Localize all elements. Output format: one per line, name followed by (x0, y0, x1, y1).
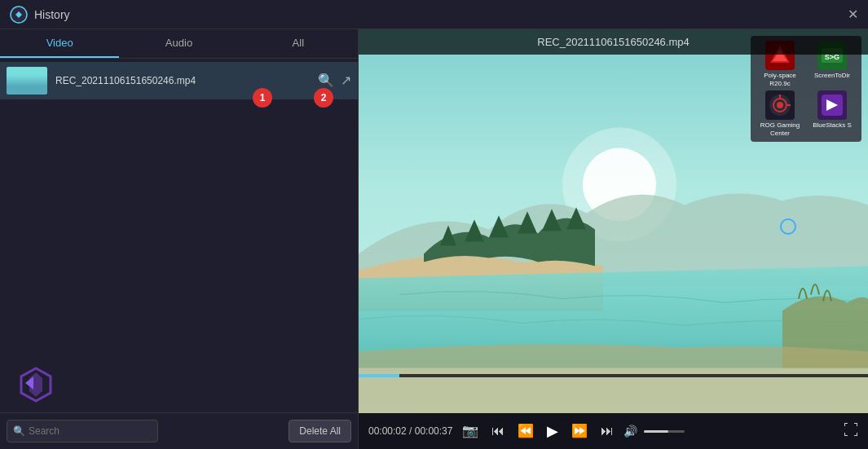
volume-button[interactable]: 🔊 (623, 425, 637, 438)
tab-video[interactable]: Video (0, 29, 119, 58)
screenshot-button[interactable]: 📷 (459, 423, 482, 439)
tabs-bar: Video Audio All (0, 29, 358, 59)
file-thumbnail (7, 67, 47, 95)
progress-bar-container[interactable] (359, 374, 868, 377)
volume-fill (644, 430, 668, 433)
video-player-panel: REC_20211106151650246.mp4 (359, 29, 868, 449)
tab-all[interactable]: All (239, 29, 358, 58)
desktop-icon-rog: ROG GamingCenter (756, 90, 804, 137)
rewind-button[interactable]: ⏪ (514, 423, 537, 439)
play-button[interactable]: ▶ (544, 422, 562, 440)
fullscreen-button[interactable] (844, 422, 858, 440)
fast-forward-button[interactable]: ⏩ (568, 423, 591, 439)
skip-forward-button[interactable]: ⏭ (597, 423, 617, 439)
progress-fill (359, 374, 399, 377)
file-name: REC_20211106151650246.mp4 (55, 75, 311, 86)
video-controls: 00:00:02 / 00:00:37 📷 ⏮ ⏪ ▶ ⏩ ⏭ 🔊 (359, 413, 868, 449)
file-list: REC_20211106151650246.mp4 🔍 ↗ 1 2 (0, 59, 358, 412)
volume-bar[interactable] (644, 430, 685, 433)
left-panel: Video Audio All REC_20211106151650246.mp… (0, 29, 359, 449)
delete-all-button[interactable]: Delete All (289, 420, 351, 442)
app-logo (13, 360, 58, 405)
tab-audio[interactable]: Audio (119, 29, 238, 58)
close-button[interactable]: ✕ (848, 8, 858, 21)
search-wrapper: 🔍 (7, 420, 282, 442)
cursor-indicator (780, 218, 796, 235)
file-actions: 🔍 ↗ (318, 74, 351, 87)
badge-1: 1 (253, 88, 272, 108)
video-title: REC_20211106151650246.mp4 (359, 29, 868, 55)
left-bottom-bar: 🔍 Delete All (0, 412, 358, 449)
app-icon (10, 6, 28, 24)
time-display: 00:00:02 / 00:00:37 (368, 425, 452, 437)
search-input[interactable] (7, 420, 158, 442)
app-title: History (34, 8, 70, 21)
search-icon: 🔍 (13, 425, 25, 437)
title-bar: History ✕ (0, 0, 868, 29)
desktop-icon-bluestacks: BlueStacks S (808, 90, 857, 137)
badge-2: 2 (314, 88, 333, 108)
export-file-button[interactable]: ↗ (341, 74, 351, 87)
skip-back-button[interactable]: ⏮ (488, 423, 508, 439)
logo-area (13, 360, 58, 408)
video-area[interactable]: Poly-spaceR20.9c S>G ScreenToDir (359, 29, 868, 413)
list-item[interactable]: REC_20211106151650246.mp4 🔍 ↗ 1 2 (0, 62, 358, 99)
main-layout: Video Audio All REC_20211106151650246.mp… (0, 29, 868, 449)
svg-point-10 (777, 102, 783, 108)
search-file-button[interactable]: 🔍 (318, 74, 334, 87)
